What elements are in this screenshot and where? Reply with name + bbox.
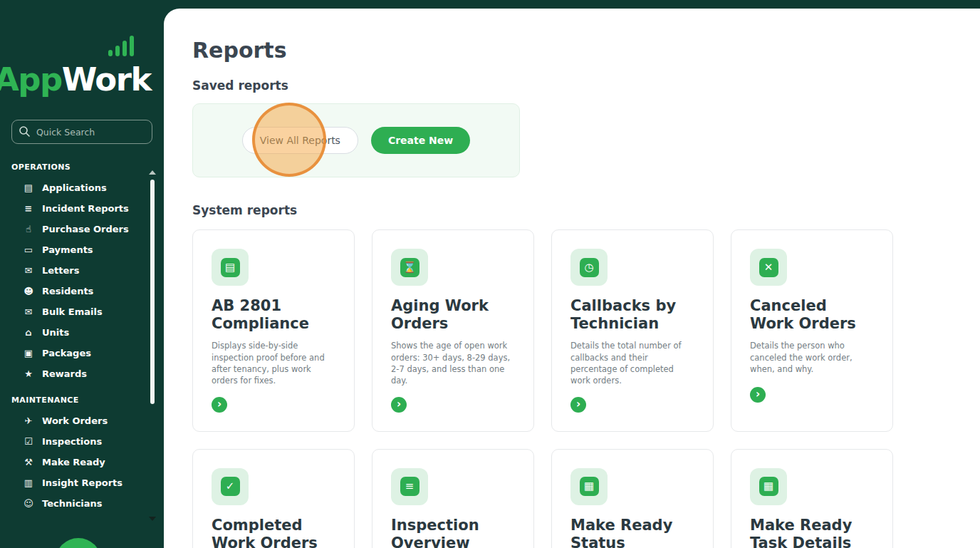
- hourglass-icon: ⌛: [400, 258, 419, 277]
- payments-icon: ▭: [23, 244, 34, 255]
- sidebar-item-label: Letters: [42, 265, 80, 276]
- sidebar-item-label: Make Ready: [42, 457, 105, 467]
- residents-icon: ☻: [23, 286, 34, 296]
- saved-reports-panel: View All Reports Create New: [192, 103, 520, 177]
- chevron-right-icon: ›: [217, 398, 221, 410]
- open-report-button[interactable]: ›: [391, 397, 407, 413]
- clock-icon: ◷: [580, 258, 599, 277]
- saved-reports-heading: Saved reports: [192, 77, 952, 94]
- calendar-icon: ▦: [580, 477, 599, 496]
- report-card-callbacks-by-technician[interactable]: ◷ Callbacks by Technician Details the to…: [551, 229, 714, 432]
- scroll-up-arrow[interactable]: [149, 170, 156, 175]
- inspections-icon: ☑: [23, 436, 34, 447]
- report-card-aging-work-orders[interactable]: ⌛ Aging Work Orders Shows the age of ope…: [372, 229, 534, 432]
- scroll-down-arrow[interactable]: [149, 517, 156, 521]
- search-icon: [19, 125, 31, 138]
- document-lines-icon: ≡: [400, 477, 419, 496]
- sidebar: AppWork OPERATIONS ▤Applications ≡Incide…: [0, 0, 164, 548]
- document-report-icon: ▤: [221, 258, 240, 277]
- logo-signal-bars-icon: [108, 36, 134, 56]
- quick-search: [11, 120, 152, 144]
- system-reports-grid: ▤ AB 2801 Compliance Displays side-by-si…: [192, 229, 952, 548]
- report-card-canceled-work-orders[interactable]: ✕ Canceled Work Orders Details the perso…: [731, 229, 893, 432]
- create-new-button[interactable]: Create New: [371, 127, 470, 154]
- report-card-title: AB 2801 Compliance: [212, 297, 335, 333]
- sidebar-item-label: Technicians: [42, 498, 103, 509]
- sidebar-item-applications[interactable]: ▤Applications: [0, 177, 164, 198]
- report-card-inspection-overview[interactable]: ≡ Inspection Overview: [372, 449, 534, 548]
- report-card-title: Inspection Overview: [391, 517, 515, 548]
- main-content: Reports Saved reports View All Reports C…: [164, 9, 980, 548]
- sidebar-item-label: Residents: [42, 286, 93, 296]
- sidebar-item-insight-reports[interactable]: ▥Insight Reports: [0, 472, 164, 493]
- sidebar-item-incident-reports[interactable]: ≡Incident Reports: [0, 198, 164, 219]
- sidebar-scrollbar-thumb[interactable]: [150, 180, 155, 404]
- sidebar-item-label: Work Orders: [42, 415, 108, 426]
- open-report-button[interactable]: ›: [570, 397, 586, 413]
- sidebar-item-label: Insight Reports: [42, 477, 123, 488]
- sidebar-item-label: Applications: [42, 182, 107, 193]
- sidebar-item-label: Packages: [42, 348, 91, 358]
- report-card-icon-bg: ✕: [750, 249, 787, 286]
- sidebar-item-label: Payments: [42, 244, 93, 255]
- sidebar-item-label: Bulk Emails: [42, 306, 103, 317]
- chevron-right-icon: ›: [756, 388, 760, 400]
- sidebar-item-residents[interactable]: ☻Residents: [0, 281, 164, 301]
- nav-section-operations: OPERATIONS: [11, 162, 164, 172]
- help-fab-button[interactable]: [56, 538, 101, 548]
- sidebar-item-make-ready[interactable]: ⚒Make Ready: [0, 452, 164, 472]
- open-report-button[interactable]: ›: [750, 387, 766, 403]
- sidebar-item-purchase-orders[interactable]: ☝Purchase Orders: [0, 219, 164, 239]
- report-card-description: Details the total number of callbacks an…: [570, 340, 694, 386]
- report-card-ab-2801-compliance[interactable]: ▤ AB 2801 Compliance Displays side-by-si…: [192, 229, 355, 432]
- sidebar-item-units[interactable]: ⌂Units: [0, 322, 164, 343]
- work-orders-icon: ✈: [23, 415, 34, 426]
- make-ready-icon: ⚒: [23, 457, 34, 467]
- rewards-icon: ★: [23, 368, 34, 379]
- report-card-title: Completed Work Orders: [212, 517, 335, 548]
- system-reports-heading: System reports: [192, 202, 952, 219]
- chevron-right-icon: ›: [576, 398, 580, 410]
- chevron-right-icon: ›: [397, 398, 401, 410]
- sidebar-item-work-orders[interactable]: ✈Work Orders: [0, 410, 164, 431]
- report-card-make-ready-task-details[interactable]: ▦ Make Ready Task Details: [731, 449, 893, 548]
- report-card-description: Displays side-by-side inspection proof b…: [212, 340, 335, 386]
- report-card-title: Aging Work Orders: [391, 297, 515, 333]
- technicians-icon: ☺: [23, 498, 34, 509]
- report-card-title: Make Ready Status: [570, 517, 694, 548]
- report-card-make-ready-status[interactable]: ▦ Make Ready Status: [551, 449, 714, 548]
- report-card-completed-work-orders[interactable]: ✓ Completed Work Orders: [192, 449, 355, 548]
- quick-search-input[interactable]: [11, 120, 152, 144]
- appwork-logo-text: AppWork: [0, 61, 151, 98]
- report-card-title: Canceled Work Orders: [750, 297, 874, 333]
- report-card-icon-bg: ✓: [212, 468, 249, 505]
- check-square-icon: ✓: [221, 477, 240, 496]
- sidebar-item-inspections[interactable]: ☑Inspections: [0, 431, 164, 452]
- sidebar-item-payments[interactable]: ▭Payments: [0, 239, 164, 260]
- letters-icon: ✉: [23, 265, 34, 276]
- report-card-icon-bg: ≡: [391, 468, 428, 505]
- report-card-icon-bg: ▤: [212, 249, 249, 286]
- units-icon: ⌂: [23, 327, 34, 338]
- report-card-icon-bg: ⌛: [391, 249, 428, 286]
- sidebar-item-bulk-emails[interactable]: ✉Bulk Emails: [0, 301, 164, 322]
- report-card-icon-bg: ◷: [570, 249, 608, 286]
- sidebar-item-rewards[interactable]: ★Rewards: [0, 363, 164, 384]
- sidebar-item-label: Inspections: [42, 436, 102, 447]
- sidebar-item-technicians[interactable]: ☺Technicians: [0, 493, 164, 514]
- x-square-icon: ✕: [759, 258, 778, 277]
- sidebar-item-letters[interactable]: ✉Letters: [0, 260, 164, 281]
- sidebar-item-label: Incident Reports: [42, 203, 129, 214]
- appwork-logo: AppWork: [0, 36, 164, 98]
- sidebar-nav: OPERATIONS ▤Applications ≡Incident Repor…: [0, 162, 164, 514]
- incident-reports-icon: ≡: [23, 203, 34, 214]
- open-report-button[interactable]: ›: [212, 397, 227, 413]
- sidebar-item-label: Rewards: [42, 368, 87, 379]
- nav-section-maintenance: MAINTENANCE: [11, 396, 164, 405]
- view-all-reports-button[interactable]: View All Reports: [242, 127, 358, 154]
- report-card-title: Make Ready Task Details: [750, 517, 874, 548]
- logo-work-part: Work: [62, 61, 151, 98]
- sidebar-item-packages[interactable]: ▣Packages: [0, 343, 164, 363]
- report-card-description: Details the person who canceled the work…: [750, 340, 874, 377]
- report-card-icon-bg: ▦: [570, 468, 608, 505]
